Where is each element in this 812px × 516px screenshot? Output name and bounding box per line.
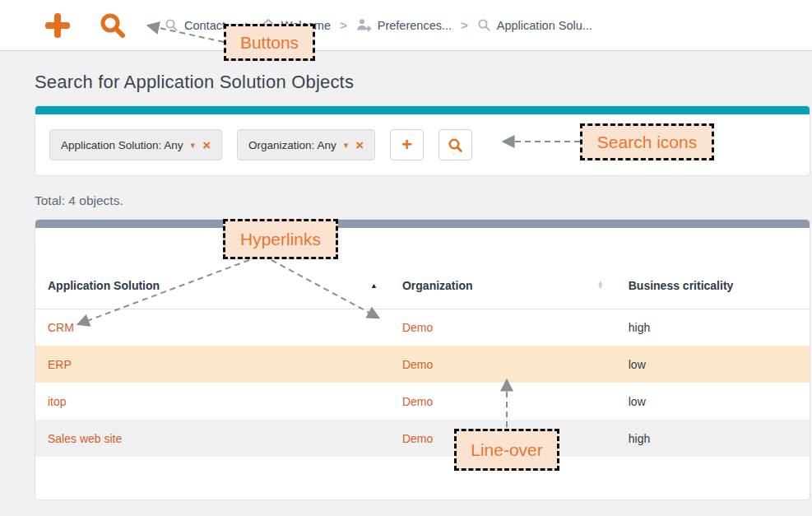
remove-filter-icon[interactable]: × [202, 138, 211, 152]
add-criterion-button[interactable]: + [390, 129, 424, 160]
column-label: Application Solution [48, 279, 160, 292]
business-criticality-value: low [629, 358, 646, 371]
user-gear-icon [356, 18, 372, 32]
itop-search-screen: Contact... > Welcome > [0, 0, 812, 516]
search-icon [99, 12, 127, 40]
new-object-icon[interactable] [43, 11, 72, 40]
search-icon [448, 137, 463, 153]
business-criticality-value: high [629, 432, 650, 445]
results-total: Total: 4 objects. [35, 193, 812, 208]
page-title: Search for Application Solution Objects [35, 72, 812, 93]
annotation-hyperlinks: Hyperlinks [223, 219, 338, 259]
run-search-button[interactable] [438, 129, 472, 160]
global-search-icon[interactable] [99, 12, 127, 40]
breadcrumb-label: Application Solu... [497, 19, 592, 32]
main-content: Search for Application Solution Objects … [0, 51, 812, 516]
application-solution-link[interactable]: Sales web site [48, 432, 122, 445]
breadcrumb-item-application-solution[interactable]: Application Solu... [477, 18, 592, 32]
business-criticality-value: high [629, 321, 650, 334]
column-header-organization[interactable]: Organization ▲ ▼ [390, 263, 616, 309]
breadcrumb-separator: > [461, 18, 468, 32]
business-criticality-value: low [629, 395, 646, 408]
column-label: Organization [402, 279, 473, 292]
breadcrumb-separator: > [340, 18, 347, 32]
filter-chip-label: Application Solution: Any [61, 139, 183, 151]
results-table: Application Solution ▲ Organization ▲ ▼ [35, 263, 810, 457]
search-icon [477, 18, 491, 32]
panel-header-bar [35, 220, 810, 228]
breadcrumb-item-preferences[interactable]: Preferences... [356, 18, 452, 32]
annotation-search-icons: Search icons [580, 123, 714, 160]
table-row[interactable]: CRM Demo high [35, 309, 810, 346]
annotation-buttons: Buttons [224, 24, 315, 61]
breadcrumb-label: Preferences... [378, 19, 452, 32]
column-header-business-criticality[interactable]: Business criticality [616, 263, 810, 309]
search-icon [165, 18, 179, 32]
organization-link[interactable]: Demo [402, 321, 433, 334]
sort-ascending-icon[interactable]: ▲ [370, 281, 378, 290]
organization-link[interactable]: Demo [402, 395, 433, 408]
table-header-row: Application Solution ▲ Organization ▲ ▼ [35, 263, 810, 309]
application-solution-link[interactable]: itop [48, 395, 67, 408]
filter-chip-organization[interactable]: Organization: Any ▾ × [237, 129, 375, 160]
organization-link[interactable]: Demo [402, 432, 433, 445]
application-solution-link[interactable]: ERP [48, 358, 72, 371]
sort-unsorted-icon[interactable]: ▲ ▼ [597, 281, 604, 290]
panel-accent-bar [35, 106, 810, 114]
column-header-application-solution[interactable]: Application Solution ▲ [35, 263, 390, 309]
chevron-down-icon[interactable]: ▾ [191, 141, 196, 150]
results-panel: Application Solution ▲ Organization ▲ ▼ [35, 219, 810, 500]
table-row[interactable]: itop Demo low [35, 383, 810, 420]
table-row[interactable]: Sales web site Demo high [35, 420, 810, 457]
annotation-line-over: Line-over [454, 429, 559, 471]
filter-chip-label: Organization: Any [248, 139, 336, 151]
plus-icon [43, 11, 72, 40]
table-toolbar-space [35, 228, 810, 263]
remove-filter-icon[interactable]: × [355, 138, 364, 152]
application-solution-link[interactable]: CRM [48, 321, 74, 334]
organization-link[interactable]: Demo [402, 358, 433, 371]
table-row-hovered[interactable]: ERP Demo low [35, 346, 810, 383]
filter-chip-application-solution[interactable]: Application Solution: Any ▾ × [49, 129, 222, 160]
chevron-down-icon[interactable]: ▾ [344, 141, 349, 150]
column-label: Business criticality [629, 279, 734, 292]
top-toolbar: Contact... > Welcome > [0, 0, 812, 51]
